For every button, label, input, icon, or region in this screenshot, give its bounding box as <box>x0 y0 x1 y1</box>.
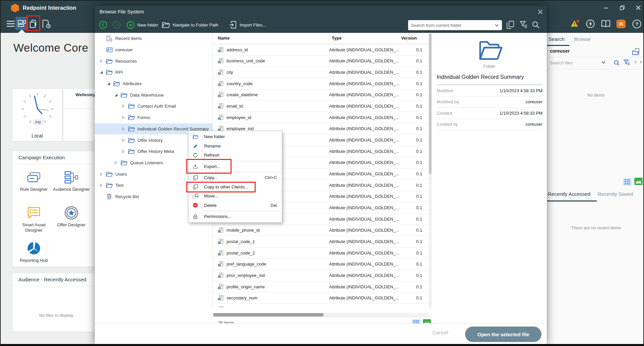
cell-type: Attribute (INDIVIDUAL_GOLDEN_... <box>329 239 407 244</box>
tree-item-rpi[interactable]: RPI <box>95 67 212 78</box>
help-icon[interactable]: ? <box>632 19 641 29</box>
table-row[interactable]: business_unit_codeAttribute (INDIVIDUAL_… <box>213 56 429 67</box>
search-icon[interactable] <box>532 21 540 29</box>
collapsed-expander-icon[interactable] <box>121 104 126 109</box>
table-row[interactable]: Attribute (INDIVIDUAL_GOLDEN_...0.1 <box>213 304 429 308</box>
tree-item-recent-items[interactable]: Recent Items <box>95 33 212 44</box>
table-row[interactable]: create_datetimeAttribute (INDIVIDUAL_GOL… <box>213 90 429 101</box>
image-view-icon[interactable] <box>634 178 643 186</box>
hamburger-icon[interactable] <box>6 19 15 29</box>
menu-item-delete[interactable]: DeleteDel <box>189 201 282 210</box>
scrollbar-thumb[interactable] <box>429 34 432 174</box>
tree-item-contact-auth-email[interactable]: Contact Auth Email <box>95 101 212 112</box>
collapsed-expander-icon[interactable] <box>99 172 104 176</box>
collapsed-expander-icon[interactable] <box>121 138 126 142</box>
collapsed-expander-icon[interactable] <box>99 59 104 63</box>
filter-icon[interactable] <box>520 21 528 29</box>
menu-item-permissions[interactable]: Permissions... <box>189 212 282 221</box>
folder-icon <box>106 58 113 64</box>
menu-item-refresh[interactable]: Refresh <box>189 151 282 160</box>
tree-item-attributes[interactable]: Attributes <box>95 78 212 90</box>
new-folder-button[interactable]: New folder <box>127 21 158 29</box>
table-row[interactable]: postal_code_2Attribute (INDIVIDUAL_GOLDE… <box>213 247 429 259</box>
collapsed-expander-icon[interactable] <box>121 115 126 120</box>
warning-icon[interactable] <box>570 19 580 29</box>
table-row[interactable]: profile_origin_nameAttribute (INDIVIDUAL… <box>213 281 429 293</box>
vertical-scrollbar[interactable] <box>429 33 432 308</box>
summary-field: Created1/10/2023 4:58:33 PM <box>437 108 542 119</box>
search-files-input[interactable]: Search files <box>550 60 573 65</box>
dialog-search-input[interactable]: Search from current folder <box>408 20 502 30</box>
tree-item-data-warehouse[interactable]: Data Warehouse <box>95 89 212 101</box>
book-icon[interactable] <box>601 19 610 29</box>
table-row[interactable]: postal_code_1Attribute (INDIVIDUAL_GOLDE… <box>213 236 429 247</box>
column-type[interactable]: Type <box>332 36 341 41</box>
import-files-button[interactable]: Import Files... <box>229 21 266 29</box>
table-row[interactable]: cityAttribute (INDIVIDUAL_GOLDEN_...0.1 <box>213 67 429 78</box>
tab-recently-saved[interactable]: Recently Saved <box>598 191 633 197</box>
menu-item-export[interactable]: Export... <box>189 162 282 171</box>
folder-icon <box>128 149 135 154</box>
restore-button[interactable] <box>619 4 626 11</box>
scrollbar-thumb[interactable] <box>213 313 324 316</box>
cancel-button[interactable]: Cancel <box>433 330 448 335</box>
column-version[interactable]: Version <box>401 36 417 41</box>
tree-item-coreuser[interactable]: coreuser <box>95 44 212 56</box>
table-header[interactable]: Name Type Version <box>213 33 429 44</box>
tab-browse[interactable]: Browse <box>574 36 591 42</box>
expanded-expander-icon[interactable] <box>99 70 104 75</box>
tile-reporting-hub[interactable]: Reporting Hub <box>15 238 53 267</box>
table-row[interactable]: country_codeAttribute (INDIVIDUAL_GOLDEN… <box>213 78 429 90</box>
folder-copy-icon[interactable] <box>632 48 640 55</box>
list-view-icon[interactable] <box>623 178 632 186</box>
prev-arrow-icon[interactable] <box>633 60 640 66</box>
minimize-button[interactable] <box>602 4 610 11</box>
menu-item-move[interactable]: Move... <box>189 191 282 201</box>
expanded-expander-icon[interactable] <box>114 93 118 97</box>
expanded-expander-icon[interactable] <box>106 81 111 86</box>
tile-rule-designer[interactable]: Rule Designer <box>15 167 53 203</box>
table-row[interactable]: employee_idAttribute (INDIVIDUAL_GOLDEN_… <box>213 112 429 123</box>
close-dialog-icon[interactable] <box>536 8 544 15</box>
table-row[interactable]: prior_employee_indAttribute (INDIVIDUAL_… <box>213 270 429 281</box>
menu-item-new-folder[interactable]: New folder <box>189 132 282 141</box>
open-selected-file-button[interactable]: Open the selected file <box>465 327 541 342</box>
forward-button[interactable] <box>113 21 121 29</box>
dialog-header: Browse File System New folder Navigate t… <box>95 6 547 33</box>
notification-badge[interactable]: 35 <box>617 20 626 28</box>
column-name[interactable]: Name <box>218 36 230 41</box>
collapsed-expander-icon[interactable] <box>114 160 118 165</box>
menu-item-label: Copy... <box>202 175 265 180</box>
tab-recently-accessed[interactable]: Recently Accessed <box>548 191 590 197</box>
file-clock-icon[interactable] <box>42 19 51 29</box>
chevron-down-icon[interactable] <box>601 60 607 66</box>
navigate-to-folder-path-button[interactable]: Navigate to Folder Path <box>162 21 218 29</box>
active-tab-underline <box>547 45 569 46</box>
filter-icon[interactable] <box>624 60 630 66</box>
collapsed-expander-icon[interactable] <box>121 149 126 154</box>
tile-offer-designer[interactable]: Offer Designer <box>53 203 90 238</box>
menu-item-rename[interactable]: Rename <box>189 141 282 151</box>
table-row[interactable]: pref_language_codeAttribute (INDIVIDUAL_… <box>213 258 429 270</box>
search-icon[interactable] <box>614 60 620 66</box>
connection-icon[interactable] <box>586 19 595 29</box>
menu-item-copy-to-other-clients[interactable]: Copy to other Clients... <box>189 182 282 192</box>
close-window-button[interactable] <box>635 4 642 11</box>
table-row[interactable]: address_idAttribute (INDIVIDUAL_GOLDEN_.… <box>213 44 429 56</box>
back-button[interactable] <box>99 21 107 29</box>
collapsed-expander-icon[interactable] <box>99 183 104 188</box>
copy-pages-icon[interactable] <box>506 21 514 29</box>
table-row[interactable]: mobile_phone_idAttribute (INDIVIDUAL_GOL… <box>213 225 429 236</box>
menu-item-copy[interactable]: Copy...Ctrl+C <box>189 173 282 182</box>
collapsed-expander-icon[interactable] <box>121 126 126 131</box>
tab-search[interactable]: Search <box>549 36 565 42</box>
tree-item-forms[interactable]: Forms <box>95 112 212 123</box>
tile-smart-asset-designer[interactable]: Smart Asset Designer <box>15 203 53 238</box>
horizontal-scrollbar[interactable] <box>213 313 429 317</box>
menu-item-label: Copy to other Clients... <box>202 184 282 189</box>
next-arrow-icon[interactable] <box>639 60 644 66</box>
table-row[interactable]: email_idAttribute (INDIVIDUAL_GOLDEN_...… <box>213 101 429 112</box>
tree-item-resources[interactable]: Resources <box>95 55 212 67</box>
table-row[interactable]: secondary_numAttribute (INDIVIDUAL_GOLDE… <box>213 292 429 304</box>
tile-audience-designer[interactable]: Audience Designer <box>53 167 90 203</box>
